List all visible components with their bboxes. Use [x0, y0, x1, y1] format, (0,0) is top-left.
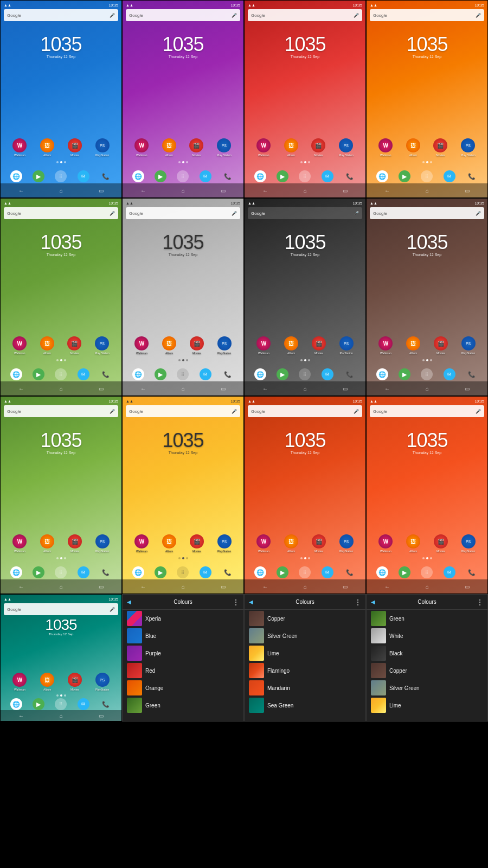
- movies-icon[interactable]: 🎬Movies: [68, 138, 82, 157]
- walkman-icon[interactable]: WWalkman: [256, 138, 271, 157]
- chrome-dock[interactable]: 🌐: [10, 566, 22, 578]
- apps-dock[interactable]: ⠿: [421, 170, 433, 182]
- chrome-dock[interactable]: 🌐: [10, 698, 22, 710]
- chrome-dock[interactable]: 🌐: [254, 170, 266, 182]
- movies-icon[interactable]: 🎬Movies: [190, 534, 204, 553]
- phone-dock[interactable]: 📞: [344, 566, 356, 578]
- apps-dock[interactable]: ⠿: [177, 566, 189, 578]
- play-store-dock[interactable]: ▶: [155, 368, 166, 380]
- panel-menu-icon-2[interactable]: ⋮: [355, 598, 361, 606]
- phone-dock[interactable]: 📞: [100, 170, 112, 182]
- album-icon[interactable]: 🖼Album: [406, 534, 420, 553]
- phone-dock[interactable]: 📞: [222, 170, 234, 182]
- chrome-dock[interactable]: 🌐: [132, 368, 144, 380]
- phone-dock[interactable]: 📞: [100, 368, 112, 380]
- chrome-dock[interactable]: 🌐: [376, 170, 388, 182]
- msg-dock[interactable]: ✉: [200, 170, 211, 182]
- color-item-xperia[interactable]: Xperia: [123, 610, 243, 627]
- playstation-icon[interactable]: PSPlayStation: [461, 534, 476, 553]
- apps-dock[interactable]: ⠿: [421, 368, 433, 380]
- play-store-dock[interactable]: ▶: [399, 566, 410, 578]
- color-item-lime[interactable]: Lime: [245, 644, 365, 662]
- panel-menu-icon[interactable]: ⋮: [233, 598, 239, 606]
- play-store-dock[interactable]: ▶: [399, 170, 410, 182]
- movies-icon[interactable]: 🎬Movies: [434, 336, 448, 355]
- walkman-icon[interactable]: WWalkman: [12, 673, 27, 691]
- phone-dock[interactable]: 📞: [222, 368, 234, 380]
- playstation-icon[interactable]: PSPlay Station: [339, 138, 354, 157]
- movies-icon[interactable]: 🎬Movies: [312, 336, 326, 355]
- apps-dock[interactable]: ⠿: [177, 368, 189, 380]
- phone-dock[interactable]: 📞: [466, 170, 478, 182]
- playstation-icon[interactable]: PSPlayStation: [461, 336, 476, 355]
- phone-dock[interactable]: 📞: [344, 368, 356, 380]
- chrome-dock[interactable]: 🌐: [376, 566, 388, 578]
- color-item-silver-green[interactable]: Silver Green: [245, 627, 365, 644]
- apps-dock[interactable]: ⠿: [421, 566, 433, 578]
- playstation-icon[interactable]: PSPlay Station: [461, 138, 476, 157]
- album-icon[interactable]: 🖼Album: [284, 336, 298, 355]
- apps-dock[interactable]: ⠿: [55, 698, 67, 710]
- playstation-icon[interactable]: PSPlayStation: [217, 336, 232, 355]
- play-store-dock[interactable]: ▶: [277, 368, 288, 380]
- walkman-icon[interactable]: WWalkman: [12, 138, 27, 157]
- playstation-icon[interactable]: PSPlayStation: [95, 534, 110, 553]
- playstation-icon[interactable]: PSPlayStation: [95, 138, 110, 157]
- chrome-dock[interactable]: 🌐: [132, 566, 144, 578]
- walkman-icon[interactable]: WWalkman: [134, 336, 149, 355]
- phone-dock[interactable]: 📞: [466, 566, 478, 578]
- msg-dock[interactable]: ✉: [444, 170, 455, 182]
- walkman-icon[interactable]: WWalkman: [134, 138, 149, 157]
- movies-icon[interactable]: 🎬Movies: [189, 138, 203, 157]
- walkman-icon[interactable]: WWalkman: [378, 138, 393, 157]
- album-icon[interactable]: 🖼Album: [406, 138, 420, 157]
- movies-icon[interactable]: 🎬Movies: [434, 534, 448, 553]
- album-icon[interactable]: 🖼Album: [40, 336, 54, 355]
- album-icon[interactable]: 🖼Album: [284, 534, 298, 553]
- color-item-green2[interactable]: Green: [367, 610, 487, 627]
- play-store-dock[interactable]: ▶: [33, 368, 44, 380]
- walkman-icon[interactable]: WWalkman: [12, 534, 27, 553]
- msg-dock[interactable]: ✉: [200, 368, 211, 380]
- msg-dock[interactable]: ✉: [444, 566, 455, 578]
- color-item-copper2[interactable]: Copper: [367, 662, 487, 679]
- msg-dock[interactable]: ✉: [200, 566, 211, 578]
- play-store-dock[interactable]: ▶: [33, 698, 44, 710]
- apps-dock[interactable]: ⠿: [55, 170, 67, 182]
- msg-dock[interactable]: ✉: [78, 698, 89, 710]
- google-bar[interactable]: Google🎤: [248, 207, 362, 219]
- play-store-dock[interactable]: ▶: [33, 566, 44, 578]
- color-item-mandarin[interactable]: Mandarin: [245, 679, 365, 697]
- msg-dock[interactable]: ✉: [322, 566, 333, 578]
- playstation-icon[interactable]: PSPlayStation: [95, 673, 110, 691]
- color-item-white[interactable]: White: [367, 627, 487, 644]
- chrome-dock[interactable]: 🌐: [254, 368, 266, 380]
- play-store-dock[interactable]: ▶: [399, 368, 410, 380]
- google-bar[interactable]: Google🎤: [126, 207, 240, 219]
- msg-dock[interactable]: ✉: [78, 170, 89, 182]
- movies-icon[interactable]: 🎬Movies: [312, 534, 326, 553]
- movies-icon[interactable]: 🎬Movies: [311, 138, 325, 157]
- msg-dock[interactable]: ✉: [322, 170, 333, 182]
- walkman-icon[interactable]: WWalkman: [378, 534, 393, 553]
- color-item-orange[interactable]: Orange: [123, 679, 243, 697]
- color-item-lime2[interactable]: Lime: [367, 697, 487, 714]
- playstation-icon[interactable]: PSPla Station: [339, 336, 354, 355]
- chrome-dock[interactable]: 🌐: [10, 368, 22, 380]
- movies-icon[interactable]: 🎬Movies: [67, 336, 81, 355]
- color-item-silver-green2[interactable]: Silver Green: [367, 679, 487, 697]
- walkman-icon[interactable]: WWalkman: [12, 336, 27, 355]
- playstation-icon[interactable]: PSPlayStation: [217, 534, 232, 553]
- google-bar[interactable]: Google🎤: [4, 207, 118, 219]
- color-item-sea-green[interactable]: Sea Green: [245, 697, 365, 714]
- panel-back-icon[interactable]: ◀: [127, 599, 131, 605]
- play-store-dock[interactable]: ▶: [155, 566, 166, 578]
- google-bar[interactable]: Google🎤: [248, 9, 362, 21]
- msg-dock[interactable]: ✉: [322, 368, 333, 380]
- google-bar[interactable]: Google🎤: [370, 405, 484, 417]
- phone-dock[interactable]: 📞: [100, 698, 112, 710]
- album-icon[interactable]: 🖼Album: [162, 534, 176, 553]
- apps-dock[interactable]: ⠿: [299, 170, 311, 182]
- phone-dock[interactable]: 📞: [344, 170, 356, 182]
- play-store-dock[interactable]: ▶: [155, 170, 166, 182]
